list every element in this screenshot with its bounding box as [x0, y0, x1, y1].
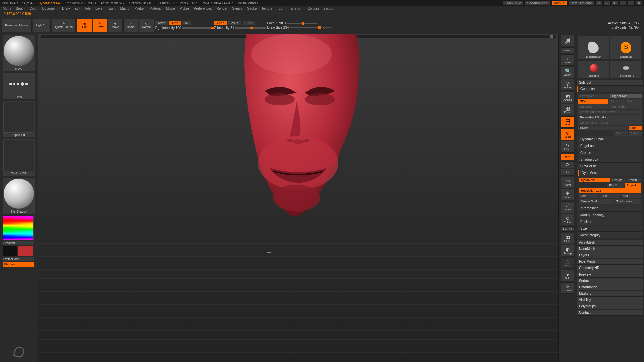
menu-draw[interactable]: Draw [62, 7, 70, 10]
reconstruct-subdiv-button[interactable]: Reconstruct Subdiv [578, 115, 642, 120]
menu-color[interactable]: Color [30, 7, 38, 10]
floor-button[interactable]: ▤Floor [561, 116, 574, 128]
xpose-button[interactable]: ✧Xpose [561, 282, 574, 294]
size-header[interactable]: Size [578, 226, 642, 232]
position-header[interactable]: Position [578, 219, 642, 225]
minimize-icon[interactable]: — [620, 1, 626, 5]
snap-z-icon[interactable]: ⤿ [561, 169, 574, 176]
nanomesh-header[interactable]: NanoMesh [577, 246, 643, 252]
default-zscript[interactable]: DefaultZScript [569, 1, 594, 5]
groups-button[interactable]: Groups [611, 178, 626, 182]
crease-header[interactable]: Crease [578, 150, 642, 156]
aahalf-button[interactable]: ◩AAHalf [561, 92, 574, 103]
menu-zplugin[interactable]: Zplugin [308, 7, 319, 10]
layers-header[interactable]: Layers [577, 252, 643, 258]
zremesher-header[interactable]: ZRemesher [578, 205, 642, 212]
transp-button[interactable]: ◐Transp [561, 245, 574, 256]
rgb-intensity-slider[interactable]: Rgb Intensity 100 [155, 26, 213, 30]
scale-view-button[interactable]: ⤢Scale [561, 201, 574, 213]
menu-layer[interactable]: Layer [95, 7, 104, 10]
edgeloop-header[interactable]: EdgeLoop [578, 143, 642, 149]
texture-selector[interactable]: Texture Off [3, 139, 35, 176]
snap-y-icon[interactable]: ⟳ [561, 161, 574, 168]
gradient-toggle[interactable]: Gradient [3, 241, 34, 245]
local-button[interactable]: ⊙Local [561, 129, 574, 140]
bpr-button[interactable]: ▣BPR [561, 35, 574, 46]
smt-button[interactable]: Smt [629, 126, 642, 130]
viewport-canvas[interactable]: ✛ [38, 34, 559, 362]
alpha-selector[interactable]: Alpha Off [3, 101, 35, 137]
quicksave-button[interactable]: QuickSave [503, 1, 523, 5]
menu-stencil[interactable]: Stencil [232, 7, 242, 10]
dynamesh-button[interactable]: DynaMesh [579, 178, 610, 182]
tool-thumb-simplebrush[interactable]: SimpleBrush [578, 36, 609, 59]
convert-bpr-button[interactable]: Convert BPR To Geo [578, 120, 642, 125]
shadowbox-header[interactable]: ShadowBox [578, 157, 642, 163]
thickness-slider[interactable]: Thickness 4 [615, 199, 641, 204]
rotate-view-button[interactable]: ↻Rotate [561, 214, 574, 225]
projection-master-button[interactable]: Projection Master [2, 19, 32, 32]
spix-slider[interactable]: SPix 3 [561, 47, 574, 53]
modifytopo-header[interactable]: Modify Topology [578, 212, 642, 218]
solo-button[interactable]: ●Solo [561, 270, 574, 281]
config-icon[interactable]: ⚙ [596, 1, 602, 5]
edit-mode-button[interactable]: ◉Edit [77, 19, 92, 32]
masking-header[interactable]: Masking [577, 291, 643, 297]
rotate-mode-button[interactable]: ↻Rotate [139, 19, 154, 32]
polish-button[interactable]: Polish [627, 178, 641, 182]
menu-stroke[interactable]: Stroke [247, 7, 257, 10]
deformation-header[interactable]: Deformation [577, 284, 643, 290]
stroke-selector[interactable]: Dots [3, 73, 35, 99]
sdiv-slider[interactable]: SDiv [578, 99, 608, 104]
menu-marker[interactable]: Marker [134, 7, 145, 10]
draw-size-slider[interactable]: Draw Size 234 Dynamic [267, 26, 332, 29]
z-intensity-slider[interactable]: Z Intensity 51 [214, 26, 266, 30]
claypolish-header[interactable]: ClayPolish [578, 163, 642, 169]
geometry-panel-header[interactable]: Geometry [577, 86, 643, 92]
sub-button[interactable]: Sub [600, 194, 620, 198]
preview-header[interactable]: Preview [577, 272, 643, 278]
menu-alpha[interactable]: Alpha [3, 7, 11, 10]
actual-button[interactable]: ◎Actual [561, 79, 574, 90]
main-color-swatch[interactable] [18, 246, 33, 256]
blur-slider[interactable]: Blur 2 [607, 183, 624, 188]
tool-thumb-polysphere[interactable]: PolySphere_1 [610, 61, 641, 78]
ghost-button[interactable]: ◌Ghost [561, 257, 574, 269]
visibility-header[interactable]: Visibility [577, 297, 643, 303]
contact-header[interactable]: Contact [577, 310, 643, 316]
dynamesh-header[interactable]: DynaMesh [578, 170, 642, 176]
polygroups-header[interactable]: Polygroups [577, 303, 643, 309]
alternate-button[interactable]: Alternate [3, 262, 34, 267]
quicksketch-button[interactable]: ✎Quick Sketch [52, 19, 76, 32]
project-button[interactable]: Project [625, 183, 641, 188]
zcut-button[interactable]: Zcut [243, 21, 254, 25]
brush-selector[interactable]: Move [3, 35, 35, 71]
meshintegrity-header[interactable]: MeshIntegrity [578, 232, 642, 238]
dynamic-subdiv-header[interactable]: Dynamic Subdiv [578, 136, 642, 142]
higherres-button[interactable]: Higher Res [610, 94, 642, 98]
color-ui-icon[interactable]: ◧ [612, 1, 618, 5]
menu-tool[interactable]: Tool [277, 7, 283, 10]
cage-button[interactable]: Cage [608, 99, 625, 104]
tool-thumb-zsphere[interactable]: ZSphere [578, 61, 609, 78]
m-button[interactable]: M [182, 21, 191, 25]
lowerres-button[interactable]: Lower Res [578, 94, 610, 98]
polyf-button[interactable]: ▦PolyF [561, 233, 574, 244]
mrgb-button[interactable]: Mrgb [155, 21, 168, 25]
zadd-button[interactable]: Zadd [214, 21, 227, 25]
lightbox-button[interactable]: LightBox [33, 19, 51, 32]
menu-brush[interactable]: Brush [16, 7, 25, 10]
scroll-button[interactable]: ↕Scroll [561, 54, 574, 66]
geometryhd-header[interactable]: Geometry HD [577, 265, 643, 271]
freeze-subdiv-button[interactable]: Freeze SubDivision Levels [578, 110, 642, 114]
subtool-panel-header[interactable]: SubTool [577, 80, 643, 86]
frame-button[interactable]: ▭Frame [561, 177, 574, 188]
menu-material[interactable]: Material [150, 7, 162, 10]
add-button[interactable]: Add [579, 194, 599, 198]
rstr-button[interactable]: Rstr [626, 99, 642, 104]
color-picker[interactable]: Gradient SwitchColor Alternate [3, 216, 35, 267]
menu-picker[interactable]: Picker [180, 7, 189, 10]
rediv-button[interactable]: ReDiv [629, 131, 642, 136]
menu-render[interactable]: Render [217, 7, 228, 10]
scale-mode-button[interactable]: ⤢Scale [123, 19, 138, 32]
